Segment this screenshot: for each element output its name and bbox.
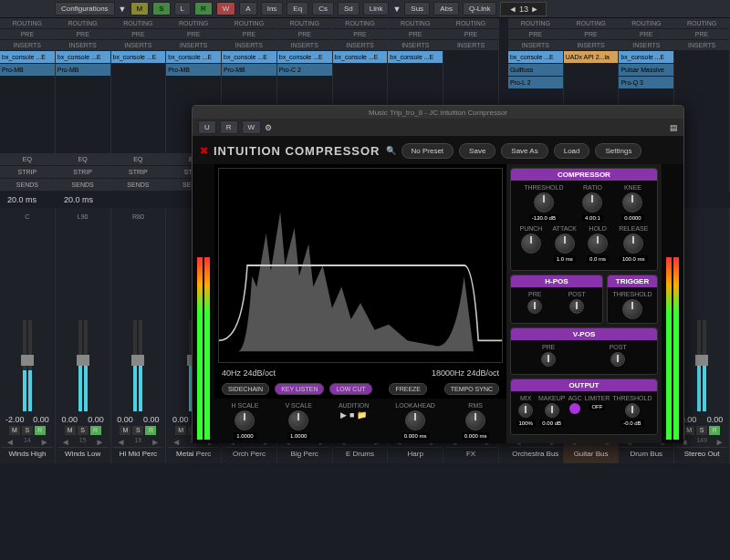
pan-value[interactable]: R80 [132,213,144,220]
hpos-pre-knob[interactable]: PRE [527,291,542,314]
fader[interactable] [133,222,142,415]
r-button[interactable]: R [145,426,156,435]
r-button[interactable]: R [90,426,101,435]
w-button[interactable]: W [216,2,236,16]
search-icon[interactable]: 🔍 [386,146,396,155]
insert-slot[interactable]: bx_console ...E [333,51,388,64]
temposync-button[interactable]: TEMPO SYNC [444,383,499,395]
attack-knob[interactable]: ATTACK1.0 ms [552,225,577,263]
r-button[interactable]: R [194,2,213,16]
agc-button[interactable]: AGC [568,395,581,427]
insert-slot[interactable]: bx_console ...E [222,51,276,64]
strip-row[interactable]: STRIP [56,166,110,179]
write-button[interactable]: W [242,120,262,134]
m-button[interactable]: M [683,426,694,435]
sd-button[interactable]: Sd [338,2,360,16]
limiter-button[interactable]: LIMITEROFF [585,395,610,427]
a-button[interactable]: A [239,2,256,16]
hpos-post-knob[interactable]: POST [568,291,586,314]
track-name[interactable]: Orch Perc [224,447,275,460]
track-name[interactable]: Metal Perc [168,447,219,460]
track-name[interactable]: Winds Low [57,447,109,460]
track-nav[interactable]: ◄14► [2,437,53,447]
track-name[interactable]: Stereo Out [676,447,727,460]
strip-row[interactable]: EQ [56,153,110,166]
rms-knob[interactable]: RMS0.000 ms [462,402,490,440]
m-button[interactable]: M [130,2,150,16]
vscale-knob[interactable]: V SCALE1.0000 [285,402,312,440]
s-button[interactable]: S [78,426,89,435]
link-button[interactable]: Link [363,2,390,16]
spectrum-graph[interactable] [218,168,503,363]
m-button[interactable]: M [65,426,76,435]
sus-button[interactable]: Sus [404,2,430,16]
insert-slot[interactable]: bx_console ...E [111,51,166,64]
ins-button[interactable]: Ins [261,2,284,16]
threshold-knob[interactable]: THRESHOLD-120.0 dB [524,184,563,222]
sidechain-button[interactable]: SIDECHAIN [222,383,269,395]
insert-slot[interactable]: Pro-C 2 [277,64,332,77]
track-name[interactable]: Hi Mid Perc [113,447,164,460]
settings-button[interactable]: Settings [595,143,641,159]
insert-slot[interactable]: Pulsar Massive [619,64,673,77]
s-button[interactable]: S [696,426,707,435]
save-button[interactable]: Save [459,143,495,159]
release-knob[interactable]: RELEASE100.0 ms [619,225,648,263]
insert-slot[interactable]: bx_console ...E [508,51,563,64]
menu-icon[interactable]: ▤ [670,123,678,132]
channel-number[interactable]: ◄ 13 ► [500,2,547,16]
insert-slot[interactable]: Pro-L 2 [508,77,563,89]
track-name[interactable]: Harp [390,447,441,460]
pan-value[interactable]: L90 [78,213,89,220]
folder-icon[interactable]: 📁 [357,410,367,420]
insert-slot[interactable]: UADx API 2...ia [564,51,619,64]
fader[interactable] [697,215,706,415]
qlink-button[interactable]: Q-Link [463,2,497,16]
out-threshold-knob[interactable]: THRESHOLD-0.0 dB [612,395,652,427]
knee-knob[interactable]: KNEE0.0000 [621,184,643,222]
load-button[interactable]: Load [554,143,590,159]
keylisten-button[interactable]: KEY LISTEN [275,383,324,395]
fader[interactable] [78,222,88,415]
punch-knob[interactable]: PUNCH [520,225,543,263]
abs-button[interactable]: Abs [433,2,459,16]
strip-row[interactable]: EQ [111,153,166,166]
m-button[interactable]: M [120,426,130,435]
track-name[interactable]: Orchestra Bus [510,447,561,460]
track-name[interactable]: Big Perc [279,447,330,460]
stop-icon[interactable]: ■ [349,410,354,420]
saveas-button[interactable]: Save As [501,143,548,159]
lookahead-knob[interactable]: LOOKAHEAD0.000 ms [395,402,435,440]
s-button[interactable]: S [22,426,33,435]
strip-row[interactable]: SENDS [0,179,55,192]
ratio-knob[interactable]: RATIO4.00:1 [582,184,603,222]
config-dropdown[interactable]: Configurations [55,2,115,16]
insert-slot[interactable]: Pro-MB [166,64,221,77]
insert-slot[interactable]: Pro-MB [56,64,110,77]
insert-slot[interactable]: Gullfoss [508,64,563,77]
insert-slot[interactable]: bx_console ...E [619,51,673,64]
strip-row[interactable]: SENDS [111,179,166,192]
makeup-knob[interactable]: MAKEUP0.00 dB [538,395,566,427]
strip-row[interactable]: STRIP [111,166,166,179]
insert-slot[interactable]: bx_console ...E [388,51,443,64]
track-name[interactable]: FX [445,447,496,460]
track-name[interactable]: E Drums [335,447,386,460]
gear-icon[interactable]: ⚙ [265,123,272,132]
track-nav[interactable]: ◄15► [57,437,109,447]
pan-value[interactable]: C [25,213,29,220]
plugin-titlebar[interactable]: Music Trip_tro_8 - JC Intuition Compress… [193,106,683,119]
lowcut-button[interactable]: LOW CUT [329,383,371,395]
cs-button[interactable]: Cs [312,2,334,16]
track-nav[interactable]: ◄16► [113,437,164,447]
r-button[interactable]: R [35,426,46,435]
strip-row[interactable]: SENDS [56,179,110,192]
vpos-post-knob[interactable]: POST [610,344,627,367]
m-button[interactable]: M [9,426,20,435]
s-button[interactable]: S [132,426,143,435]
hscale-knob[interactable]: H SCALE1.0000 [231,402,258,440]
insert-slot[interactable]: bx_console ...E [277,51,332,64]
bypass-button[interactable]: U [198,120,216,134]
l-button[interactable]: L [174,2,191,16]
strip-row[interactable]: STRIP [0,166,55,179]
